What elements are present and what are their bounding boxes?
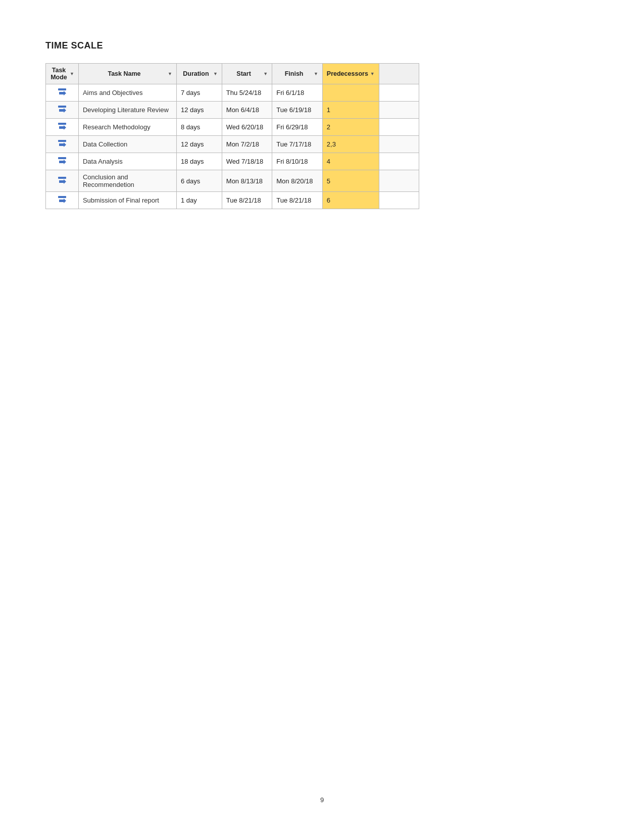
task-name-cell: Research Methodology [78, 119, 176, 136]
table-row: Conclusion and Recommendetion6 daysMon 8… [46, 170, 419, 192]
duration-cell: 1 day [176, 192, 222, 209]
task-mode-cell [46, 136, 79, 153]
start-cell: Thu 5/24/18 [222, 84, 272, 102]
page-title: TIME SCALE [45, 40, 599, 51]
duration-cell: 12 days [176, 102, 222, 119]
col-header-task-name[interactable]: Task Name ▼ [78, 64, 176, 84]
task-mode-dropdown-arrow[interactable]: ▼ [70, 71, 74, 76]
svg-marker-5 [59, 125, 66, 130]
svg-rect-8 [58, 157, 66, 159]
predecessors-cell: 2,3 [322, 136, 379, 153]
predecessors-cell: 2 [322, 119, 379, 136]
task-mode-cell [46, 102, 79, 119]
table-body: Aims and Objectives7 daysThu 5/24/18Fri … [46, 84, 419, 209]
task-mode-icon [57, 105, 67, 114]
start-cell: Tue 8/21/18 [222, 192, 272, 209]
extra-cell [379, 119, 419, 136]
col-header-task-mode[interactable]: TaskMode ▼ [46, 64, 79, 84]
finish-cell: Fri 6/1/18 [272, 84, 323, 102]
predecessors-cell: 1 [322, 102, 379, 119]
start-cell: Mon 6/4/18 [222, 102, 272, 119]
duration-cell: 7 days [176, 84, 222, 102]
gantt-table: TaskMode ▼ Task Name ▼ Duration ▼ [45, 63, 419, 209]
task-mode-cell [46, 153, 79, 170]
start-cell: Mon 8/13/18 [222, 170, 272, 192]
svg-marker-9 [59, 160, 66, 164]
start-cell: Mon 7/2/18 [222, 136, 272, 153]
svg-rect-4 [58, 123, 66, 125]
extra-cell [379, 153, 419, 170]
duration-cell: 12 days [176, 136, 222, 153]
table-row: Research Methodology8 daysWed 6/20/18Fri… [46, 119, 419, 136]
task-name-cell: Data Collection [78, 136, 176, 153]
finish-cell: Mon 8/20/18 [272, 170, 323, 192]
task-mode-icon [57, 87, 67, 96]
finish-cell: Tue 7/17/18 [272, 136, 323, 153]
table-row: Data Collection12 daysMon 7/2/18Tue 7/17… [46, 136, 419, 153]
task-name-cell: Conclusion and Recommendetion [78, 170, 176, 192]
task-mode-icon [57, 156, 67, 165]
task-name-cell: Developing Literature Review [78, 102, 176, 119]
svg-marker-11 [59, 179, 66, 184]
extra-cell [379, 102, 419, 119]
predecessors-cell: 5 [322, 170, 379, 192]
duration-cell: 6 days [176, 170, 222, 192]
duration-dropdown-arrow[interactable]: ▼ [213, 71, 218, 76]
duration-cell: 18 days [176, 153, 222, 170]
svg-marker-13 [59, 199, 66, 203]
duration-cell: 8 days [176, 119, 222, 136]
table-row: Submission of Final report1 dayTue 8/21/… [46, 192, 419, 209]
table-row: Data Analysis18 daysWed 7/18/18Fri 8/10/… [46, 153, 419, 170]
predecessors-cell: 4 [322, 153, 379, 170]
finish-cell: Fri 6/29/18 [272, 119, 323, 136]
start-dropdown-arrow[interactable]: ▼ [263, 71, 268, 76]
page-number: 9 [320, 796, 324, 804]
finish-dropdown-arrow[interactable]: ▼ [314, 71, 318, 76]
start-cell: Wed 6/20/18 [222, 119, 272, 136]
task-mode-cell [46, 84, 79, 102]
table-row: Aims and Objectives7 daysThu 5/24/18Fri … [46, 84, 419, 102]
col-header-finish[interactable]: Finish ▼ [272, 64, 323, 84]
task-mode-cell [46, 192, 79, 209]
task-mode-cell [46, 119, 79, 136]
predecessors-cell [322, 84, 379, 102]
extra-cell [379, 170, 419, 192]
task-name-cell: Aims and Objectives [78, 84, 176, 102]
svg-marker-3 [59, 108, 66, 113]
finish-cell: Fri 8/10/18 [272, 153, 323, 170]
finish-cell: Tue 8/21/18 [272, 192, 323, 209]
extra-cell [379, 136, 419, 153]
extra-cell [379, 84, 419, 102]
task-name-dropdown-arrow[interactable]: ▼ [168, 71, 172, 76]
predecessors-dropdown-arrow[interactable]: ▼ [370, 71, 375, 76]
task-mode-icon [57, 176, 67, 185]
task-name-cell: Submission of Final report [78, 192, 176, 209]
svg-rect-10 [58, 177, 66, 179]
col-header-predecessors[interactable]: Predecessors ▼ [322, 64, 379, 84]
table-row: Developing Literature Review12 daysMon 6… [46, 102, 419, 119]
predecessors-cell: 6 [322, 192, 379, 209]
finish-cell: Tue 6/19/18 [272, 102, 323, 119]
task-mode-icon [57, 139, 67, 148]
svg-marker-7 [59, 142, 66, 147]
svg-rect-0 [58, 88, 66, 90]
task-mode-icon [57, 122, 67, 131]
table-header-row: TaskMode ▼ Task Name ▼ Duration ▼ [46, 64, 419, 84]
svg-rect-2 [58, 106, 66, 108]
col-header-duration[interactable]: Duration ▼ [176, 64, 222, 84]
task-mode-cell [46, 170, 79, 192]
svg-marker-1 [59, 91, 66, 95]
task-mode-icon [57, 195, 67, 204]
col-header-extra [379, 64, 419, 84]
task-name-cell: Data Analysis [78, 153, 176, 170]
svg-rect-12 [58, 196, 66, 198]
svg-rect-6 [58, 140, 66, 142]
extra-cell [379, 192, 419, 209]
col-header-start[interactable]: Start ▼ [222, 64, 272, 84]
start-cell: Wed 7/18/18 [222, 153, 272, 170]
page-container: TIME SCALE TaskMode ▼ Task Name ▼ [0, 0, 644, 250]
